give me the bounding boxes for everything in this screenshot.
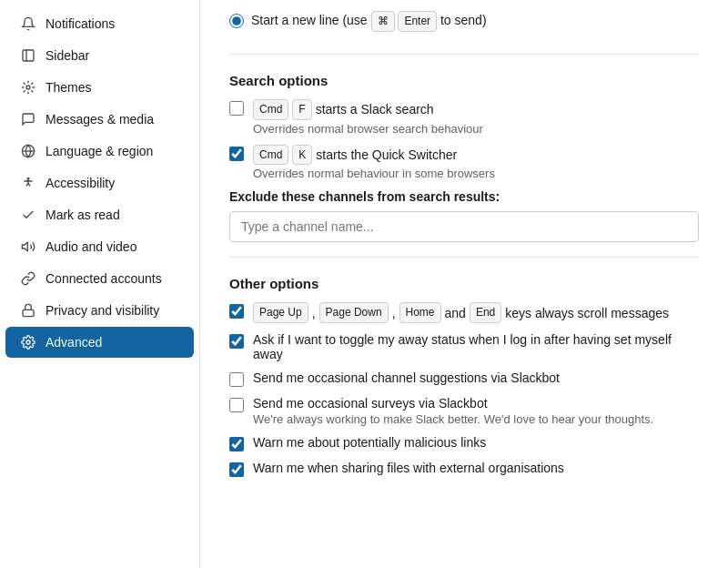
end-key: End — [470, 302, 501, 323]
search-option-1-label: Cmd F starts a Slack search — [253, 99, 434, 120]
channel-input-wrapper — [229, 211, 699, 242]
search-options-title: Search options — [229, 73, 699, 88]
sidebar-item-label: Audio and video — [46, 239, 136, 254]
audio-icon — [20, 238, 36, 255]
start-new-line-radio[interactable] — [229, 14, 244, 28]
other-option-5-row: Warn me about potentially malicious link… — [229, 435, 699, 451]
svg-point-2 — [26, 86, 30, 89]
connected-icon — [20, 270, 36, 287]
cmd-f-cmd-key: Cmd — [253, 99, 288, 120]
other-option-4-content: Send me occasional surveys via Slackbot … — [253, 396, 653, 426]
bell-icon — [20, 15, 36, 32]
search-option-1-checkbox[interactable] — [229, 101, 244, 116]
svg-point-5 — [27, 178, 29, 179]
search-option-2-sublabel: Overrides normal behaviour in some brows… — [253, 167, 495, 180]
sidebar-item-label: Themes — [46, 80, 92, 95]
sidebar-item-messages-media[interactable]: Messages & media — [5, 104, 194, 135]
other-option-3-label: Send me occasional channel suggestions v… — [253, 370, 560, 385]
sidebar-item-label: Privacy and visibility — [46, 303, 159, 318]
cmd-k-k-key: K — [292, 145, 312, 166]
other-option-6-label: Warn me when sharing files with external… — [253, 461, 564, 475]
messages-icon — [20, 111, 36, 127]
home-key: Home — [399, 302, 441, 323]
sidebar-item-connected-accounts[interactable]: Connected accounts — [5, 263, 194, 294]
sidebar-item-themes[interactable]: Themes — [5, 72, 194, 103]
other-option-1-checkbox[interactable] — [229, 304, 244, 319]
cmd-f-f-key: F — [292, 99, 311, 120]
top-divider — [229, 54, 699, 55]
sidebar-item-label: Sidebar — [46, 48, 89, 63]
page-up-key: Page Up — [253, 302, 308, 323]
other-option-1-label: Page Up , Page Down , Home and End keys … — [253, 302, 669, 323]
start-new-line-label: Start a new line (use ⌘ Enter to send) — [251, 11, 487, 32]
other-option-4-row: Send me occasional surveys via Slackbot … — [229, 396, 699, 426]
other-option-5-content: Warn me about potentially malicious link… — [253, 435, 486, 450]
other-option-2-row: Ask if I want to toggle my away status w… — [229, 332, 699, 361]
exclude-channels-label: Exclude these channels from search resul… — [229, 189, 699, 204]
other-option-1-content: Page Up , Page Down , Home and End keys … — [253, 302, 669, 323]
cmd-key: ⌘ — [371, 11, 395, 32]
search-option-1-content: Cmd F starts a Slack search Overrides no… — [253, 99, 483, 136]
other-option-5-label: Warn me about potentially malicious link… — [253, 435, 486, 450]
main-content: Start a new line (use ⌘ Enter to send) S… — [200, 0, 728, 568]
other-option-4-sublabel: We're always working to make Slack bette… — [253, 412, 653, 426]
sidebar-item-mark-as-read[interactable]: Mark as read — [5, 199, 194, 230]
other-option-2-content: Ask if I want to toggle my away status w… — [253, 332, 699, 361]
start-new-line-option: Start a new line (use ⌘ Enter to send) — [229, 0, 699, 39]
search-option-2-row: Cmd K starts the Quick Switcher Override… — [229, 145, 699, 181]
other-option-3-row: Send me occasional channel suggestions v… — [229, 370, 699, 387]
mark-read-icon — [20, 207, 36, 223]
sidebar-item-sidebar[interactable]: Sidebar — [5, 40, 194, 71]
themes-icon — [20, 79, 36, 96]
sidebar-icon — [20, 47, 36, 64]
cmd-k-cmd-key: Cmd — [253, 145, 288, 166]
enter-key: Enter — [398, 11, 437, 32]
svg-rect-7 — [23, 309, 34, 316]
other-option-3-checkbox[interactable] — [229, 372, 244, 387]
sidebar-item-label: Advanced — [46, 335, 102, 350]
other-option-4-label: Send me occasional surveys via Slackbot — [253, 396, 653, 411]
sidebar-item-label: Accessibility — [46, 176, 115, 190]
sidebar-item-advanced[interactable]: Advanced — [5, 327, 194, 358]
other-option-6-content: Warn me when sharing files with external… — [253, 461, 564, 475]
other-option-2-label: Ask if I want to toggle my away status w… — [253, 332, 699, 361]
channel-name-input[interactable] — [229, 211, 699, 242]
svg-marker-6 — [22, 242, 27, 250]
sidebar-item-label: Connected accounts — [46, 271, 162, 286]
other-option-6-checkbox[interactable] — [229, 462, 244, 477]
search-option-1-row: Cmd F starts a Slack search Overrides no… — [229, 99, 699, 136]
sidebar-item-notifications[interactable]: Notifications — [5, 8, 194, 39]
sidebar-item-label: Language & region — [46, 144, 153, 158]
svg-rect-0 — [23, 50, 34, 61]
search-option-2-checkbox[interactable] — [229, 147, 244, 161]
sidebar-item-label: Messages & media — [46, 112, 154, 127]
other-option-4-checkbox[interactable] — [229, 398, 244, 412]
sidebar: NotificationsSidebarThemesMessages & med… — [0, 0, 200, 568]
other-option-5-checkbox[interactable] — [229, 437, 244, 451]
sidebar-item-accessibility[interactable]: Accessibility — [5, 167, 194, 198]
other-option-1-row: Page Up , Page Down , Home and End keys … — [229, 302, 699, 323]
accessibility-icon — [20, 175, 36, 191]
page-down-key: Page Down — [319, 302, 389, 323]
search-option-2-label: Cmd K starts the Quick Switcher — [253, 145, 457, 166]
other-option-3-content: Send me occasional channel suggestions v… — [253, 370, 560, 385]
other-option-2-checkbox[interactable] — [229, 334, 244, 349]
other-options-title: Other options — [229, 276, 699, 291]
search-option-1-sublabel: Overrides normal browser search behaviou… — [253, 122, 483, 136]
advanced-icon — [20, 334, 36, 350]
svg-point-8 — [26, 340, 30, 344]
search-option-2-content: Cmd K starts the Quick Switcher Override… — [253, 145, 495, 181]
sidebar-item-language-region[interactable]: Language & region — [5, 136, 194, 167]
middle-divider — [229, 257, 699, 258]
sidebar-item-label: Notifications — [46, 16, 115, 31]
globe-icon — [20, 143, 36, 159]
sidebar-item-privacy-visibility[interactable]: Privacy and visibility — [5, 295, 194, 326]
sidebar-item-audio-video[interactable]: Audio and video — [5, 231, 194, 262]
sidebar-item-label: Mark as read — [46, 208, 120, 222]
other-option-6-row: Warn me when sharing files with external… — [229, 461, 699, 477]
privacy-icon — [20, 302, 36, 319]
